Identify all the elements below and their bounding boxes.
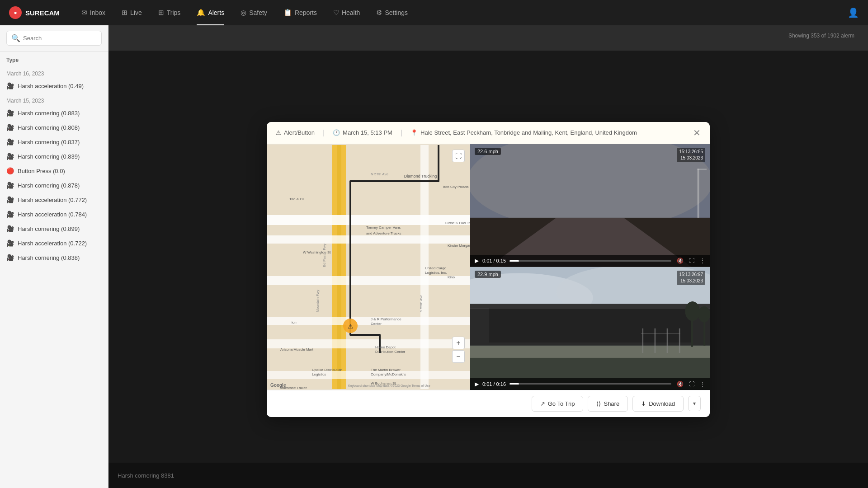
alert-time-tag: 🕐 March 15, 5:13 PM bbox=[333, 129, 392, 136]
go-to-trip-button[interactable]: ↗ Go To Trip bbox=[532, 396, 584, 412]
list-item-label: Harsh cornering (0.878) bbox=[18, 182, 80, 189]
list-item[interactable]: 🎥 Harsh cornering (0.838) bbox=[0, 250, 108, 265]
map-zoom-in-button[interactable]: + bbox=[452, 337, 465, 349]
go-to-trip-icon: ↗ bbox=[540, 400, 545, 407]
list-item[interactable]: 🎥 Harsh acceleration (0.784) bbox=[0, 207, 108, 221]
front-video-overlay: 22.6 mph 15:13:26:85 15.03.2023 ▶ 0:01 /… bbox=[470, 144, 710, 267]
svg-text:Logistics: Logistics bbox=[312, 372, 326, 376]
cam-icon: 🎥 bbox=[6, 124, 14, 131]
rear-video-controls: ▶ 0:01 / 0:16 🔇 ⛶ ⋮ bbox=[470, 378, 710, 390]
rear-video-overlay: 22.9 mph 15:13:26:97 15.03.2023 ▶ 0:01 /… bbox=[470, 267, 710, 390]
download-button[interactable]: ⬇ Download bbox=[632, 396, 684, 412]
rear-timestamp-line1: 15:13:26:97 bbox=[679, 272, 703, 278]
svg-text:Kino: Kino bbox=[448, 275, 455, 279]
svg-text:Circle K Fuel Terminal: Circle K Fuel Terminal bbox=[445, 221, 470, 225]
button-icon: 🔴 bbox=[6, 167, 14, 174]
modal-overlay: ⚠ Alert/Button | 🕐 March 15, 5:13 PM | 📍… bbox=[108, 51, 868, 488]
list-item[interactable]: 🎥 Harsh cornering (0.839) bbox=[0, 149, 108, 164]
expand-button[interactable]: ▾ bbox=[688, 396, 701, 411]
front-video-timestamp: 15:13:26:85 15.03.2023 bbox=[677, 148, 705, 162]
list-item-label: Harsh cornering (0.883) bbox=[18, 110, 80, 117]
svg-rect-3 bbox=[337, 145, 341, 389]
nav-reports-label: Reports bbox=[295, 9, 317, 16]
modal-footer: ↗ Go To Trip ⟨⟩ Share ⬇ Download ▾ bbox=[267, 390, 710, 417]
trips-icon: ⊞ bbox=[158, 9, 164, 17]
svg-text:Keyboard shortcuts   Map data : Keyboard shortcuts Map data ©2023 Google… bbox=[348, 384, 430, 388]
logo-icon: ● bbox=[9, 6, 22, 19]
logo-text: SURECAM bbox=[25, 9, 60, 17]
nav-safety-label: Safety bbox=[249, 9, 267, 16]
cam-icon: 🎥 bbox=[6, 225, 14, 232]
svg-text:The Martin Brower: The Martin Brower bbox=[371, 368, 401, 372]
user-icon[interactable]: 👤 bbox=[848, 7, 859, 18]
nav-inbox[interactable]: ✉ Inbox bbox=[73, 0, 113, 25]
rear-mute-button[interactable]: 🔇 bbox=[677, 381, 684, 387]
front-fullscreen-button[interactable]: ⛶ bbox=[689, 258, 694, 264]
cam-icon: 🎥 bbox=[6, 182, 14, 189]
map-area: ⚠ Diamond Trucking Iron City Polaris Tir… bbox=[267, 144, 470, 390]
list-item[interactable]: 🎥 Harsh acceleration (0.49) bbox=[0, 79, 108, 93]
front-mute-button[interactable]: 🔇 bbox=[677, 258, 684, 264]
front-video-speed: 22.6 mph bbox=[475, 148, 501, 155]
nav-safety[interactable]: ◎ Safety bbox=[232, 0, 275, 25]
list-item-label: Harsh cornering (0.808) bbox=[18, 124, 80, 131]
nav-trips[interactable]: ⊞ Trips bbox=[150, 0, 189, 25]
rear-more-button[interactable]: ⋮ bbox=[700, 381, 705, 387]
front-video-controls: ▶ 0:01 / 0:15 🔇 ⛶ ⋮ bbox=[470, 255, 710, 267]
svg-text:Arizona Muscle Mart: Arizona Muscle Mart bbox=[280, 347, 314, 352]
svg-rect-5 bbox=[267, 235, 470, 244]
svg-text:Tire & Oil: Tire & Oil bbox=[289, 197, 304, 201]
list-item[interactable]: 🎥 Harsh cornering (0.808) bbox=[0, 120, 108, 135]
svg-text:⚠: ⚠ bbox=[348, 323, 354, 330]
list-item-label: Harsh cornering (0.899) bbox=[18, 225, 80, 232]
map-zoom-out-button[interactable]: − bbox=[452, 350, 465, 363]
search-box[interactable]: 🔍 bbox=[6, 31, 102, 46]
front-more-button[interactable]: ⋮ bbox=[700, 258, 705, 264]
svg-text:W Washington St: W Washington St bbox=[303, 250, 331, 254]
search-input[interactable] bbox=[23, 35, 97, 42]
list-item-label: Harsh acceleration (0.784) bbox=[18, 211, 87, 218]
content-area: Showing 353 of 1902 alerm ⚠ Alert/Button… bbox=[108, 25, 868, 488]
svg-text:Ed Pastor Fwy: Ed Pastor Fwy bbox=[322, 243, 326, 267]
showing-count: Showing 353 of 1902 alerm bbox=[788, 33, 854, 39]
nav-settings[interactable]: ⚙ Settings bbox=[368, 0, 416, 25]
rear-fullscreen-button[interactable]: ⛶ bbox=[689, 381, 694, 387]
app-logo[interactable]: ● SURECAM bbox=[9, 6, 60, 19]
list-item[interactable]: 🎥 Harsh cornering (0.837) bbox=[0, 135, 108, 149]
inbox-icon: ✉ bbox=[81, 9, 87, 17]
rear-video-progress-bar[interactable] bbox=[509, 383, 671, 385]
svg-rect-8 bbox=[267, 339, 470, 348]
nav-trips-label: Trips bbox=[167, 9, 181, 16]
rear-video-time: 0:01 / 0:16 bbox=[482, 381, 506, 387]
header-separator-2: | bbox=[401, 129, 402, 137]
nav-health[interactable]: ♡ Health bbox=[325, 0, 368, 25]
date-header-march15: March 15, 2023 bbox=[0, 93, 108, 106]
date-header-march16: March 16, 2023 bbox=[0, 66, 108, 79]
svg-text:Mountain Fwy: Mountain Fwy bbox=[316, 290, 320, 312]
list-item[interactable]: 🎥 Harsh cornering (0.899) bbox=[0, 221, 108, 236]
nav-inbox-label: Inbox bbox=[90, 9, 105, 16]
cam-icon: 🎥 bbox=[6, 211, 14, 218]
map-fullscreen-button[interactable]: ⛶ bbox=[452, 150, 465, 162]
svg-rect-7 bbox=[267, 317, 470, 325]
list-item[interactable]: 🎥 Harsh acceleration (0.722) bbox=[0, 236, 108, 250]
nav-reports[interactable]: 📋 Reports bbox=[275, 0, 325, 25]
modal-close-button[interactable]: ✕ bbox=[693, 128, 701, 137]
list-item-label: Harsh cornering (0.838) bbox=[18, 254, 80, 261]
rear-play-button[interactable]: ▶ bbox=[475, 381, 479, 387]
svg-text:and Adventure Trucks: and Adventure Trucks bbox=[366, 231, 401, 235]
list-item[interactable]: 🔴 Button Press (0.0) bbox=[0, 164, 108, 178]
cam-icon: 🎥 bbox=[6, 82, 14, 89]
clock-icon: 🕐 bbox=[333, 129, 340, 136]
nav-live[interactable]: ⊞ Live bbox=[113, 0, 150, 25]
front-video-progress-bar[interactable] bbox=[509, 260, 671, 262]
front-camera-video: 22.6 mph 15:13:26:85 15.03.2023 ▶ 0:01 /… bbox=[470, 144, 710, 267]
list-item[interactable]: 🎥 Harsh acceleration (0.772) bbox=[0, 192, 108, 207]
location-icon: 📍 bbox=[410, 129, 418, 136]
list-item[interactable]: 🎥 Harsh cornering (0.883) bbox=[0, 106, 108, 120]
front-play-button[interactable]: ▶ bbox=[475, 258, 479, 264]
svg-text:United Cargo: United Cargo bbox=[425, 266, 447, 270]
list-item[interactable]: 🎥 Harsh cornering (0.878) bbox=[0, 178, 108, 192]
share-button[interactable]: ⟨⟩ Share bbox=[588, 396, 628, 412]
nav-alerts[interactable]: 🔔 Alerts bbox=[189, 0, 232, 25]
